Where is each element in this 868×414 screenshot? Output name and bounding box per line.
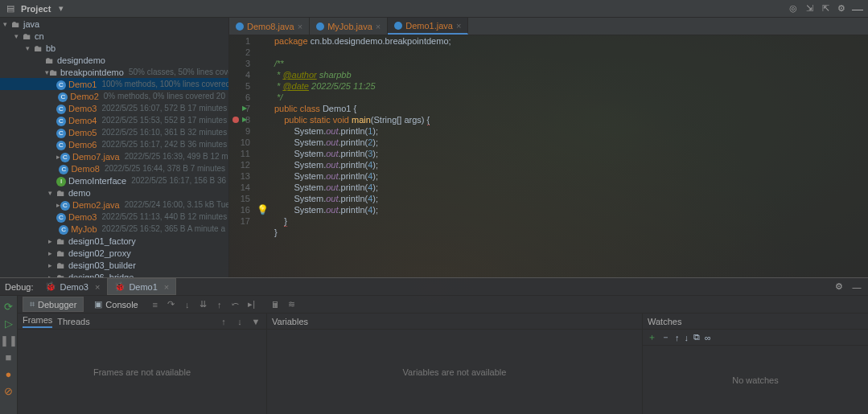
tree-row[interactable]: ▾🖿bb — [0, 42, 228, 54]
glasses-icon[interactable]: ∞ — [705, 333, 711, 342]
tree-row[interactable]: CDemo82022/5/25 16:44, 378 B 7 minutes — [0, 162, 228, 174]
editor-tab[interactable]: MyJob.java× — [310, 18, 388, 35]
tree-row[interactable]: CDemo52022/5/25 16:10, 361 B 32 minutes — [0, 126, 228, 138]
drop-frame-icon[interactable]: ⤺ — [229, 299, 242, 309]
tree-twisty-icon[interactable]: ▸ — [45, 273, 55, 278]
next-frame-icon[interactable]: ↓ — [234, 317, 245, 326]
tree-row[interactable]: ▾🖿cn — [0, 30, 228, 42]
tree-row[interactable]: ▾🖿breakpointdemo50% classes, 50% lines c… — [0, 66, 228, 78]
tree-item-meta: 2022/5/25 16:39, 499 B 12 min — [125, 152, 229, 161]
tree-row[interactable]: ▸CDemo7.java2022/5/25 16:39, 499 B 12 mi… — [0, 150, 228, 162]
tree-item-name: Demo1 — [68, 80, 97, 89]
code-editor[interactable]: 1234567▶8▶91011121314151617 💡 package cn… — [229, 35, 868, 277]
tree-twisty-icon[interactable]: ▸ — [45, 261, 55, 269]
debug-run-tab[interactable]: 🐞Demo1× — [107, 278, 176, 295]
tree-row[interactable]: CDemo1100% methods, 100% lines covered — [0, 78, 228, 90]
console-tab-label: Console — [105, 300, 138, 309]
project-tree[interactable]: ▾🖿java▾🖿cn▾🖿bb🖿designdemo▾🖿breakpointdem… — [0, 18, 229, 277]
run-gutter-icon[interactable]: ▶ — [242, 114, 247, 125]
tree-row[interactable]: ▸CDemo2.java2022/5/24 16:00, 3.15 kB Tue — [0, 199, 228, 211]
filter-icon[interactable]: ▼ — [250, 317, 261, 326]
run-to-cursor-icon[interactable]: ▸| — [245, 299, 258, 309]
java-class-icon: C — [58, 91, 68, 102]
tree-twisty-icon[interactable]: ▾ — [45, 189, 55, 197]
expand-all-icon[interactable]: ⇲ — [804, 3, 815, 14]
mute-breakpoints-icon[interactable]: ⊘ — [4, 385, 13, 397]
copy-watch-icon[interactable]: ⧉ — [693, 332, 700, 342]
tree-row[interactable]: CDemo32022/5/25 16:07, 572 B 17 minutes — [0, 102, 228, 114]
tree-twisty-icon[interactable]: ▾ — [0, 20, 10, 28]
tree-row[interactable]: CMyJob2022/5/25 16:52, 365 B A minute a — [0, 223, 228, 235]
console-tab[interactable]: ▣ Console — [87, 297, 145, 312]
debug-panel: Debug: 🐞Demo3×🐞Demo1× ⚙ — ⟳ ▷ ❚❚ ■ ● ⊘ ⌗… — [0, 277, 868, 414]
tree-row[interactable]: ▸🖿design06_bridge — [0, 271, 228, 277]
add-watch-icon[interactable]: ＋ — [648, 331, 656, 343]
tree-row[interactable]: ▸🖿design01_factory — [0, 235, 228, 247]
tree-twisty-icon[interactable]: ▾ — [23, 44, 32, 52]
tree-row[interactable]: ▾🖿demo — [0, 187, 228, 199]
force-step-into-icon[interactable]: ⇊ — [197, 299, 210, 309]
watches-title: Watches — [648, 317, 681, 326]
tree-row[interactable]: ▸🖿design03_builder — [0, 259, 228, 271]
debug-hide-icon[interactable]: — — [850, 282, 863, 292]
stop-icon[interactable]: ■ — [6, 351, 12, 363]
hide-icon[interactable]: — — [852, 3, 863, 14]
tree-item-name: Demo3 — [68, 104, 97, 113]
breakpoint-icon[interactable] — [232, 117, 239, 123]
target-icon[interactable]: ◎ — [788, 3, 799, 14]
tree-row[interactable]: IDemoInterface2022/5/25 16:17, 156 B 36 — [0, 174, 228, 187]
tree-row[interactable]: CDemo32022/5/25 11:13, 440 B 12 minutes — [0, 211, 228, 223]
code-content[interactable]: package cn.bb.designdemo.breakpointdemo;… — [269, 35, 456, 277]
watch-down-icon[interactable]: ↓ — [685, 333, 689, 342]
debugger-tab[interactable]: ⌗ Debugger — [23, 297, 84, 312]
close-tab-icon[interactable]: × — [376, 22, 381, 31]
watch-up-icon[interactable]: ↑ — [675, 333, 680, 342]
close-tab-icon[interactable]: × — [456, 21, 461, 31]
step-into-icon[interactable]: ↓ — [181, 300, 194, 309]
gutter[interactable]: 1234567▶8▶91011121314151617 — [229, 35, 255, 277]
collapse-all-icon[interactable]: ⇱ — [820, 3, 831, 14]
close-run-tab-icon[interactable]: × — [95, 282, 100, 292]
resume-icon[interactable]: ▷ — [5, 318, 13, 330]
java-class-icon: C — [56, 103, 66, 114]
tree-item-meta: 0% methods, 0% lines covered 20 — [104, 92, 225, 100]
tree-row[interactable]: CDemo20% methods, 0% lines covered 20 — [0, 90, 228, 102]
debug-run-tab[interactable]: 🐞Demo3× — [38, 278, 107, 295]
close-tab-icon[interactable]: × — [298, 22, 302, 31]
view-breakpoints-icon[interactable]: ● — [6, 368, 12, 380]
tree-twisty-icon[interactable]: ▸ — [45, 237, 55, 245]
tree-row[interactable]: ▸🖿design02_proxy — [0, 247, 228, 259]
intention-bulb-icon[interactable]: 💡 — [257, 204, 269, 215]
pause-icon[interactable]: ❚❚ — [0, 334, 18, 346]
rerun-icon[interactable]: ⟳ — [4, 301, 13, 313]
tree-twisty-icon[interactable]: ▸ — [45, 249, 55, 257]
trace-icon[interactable]: ≋ — [286, 299, 298, 309]
debug-settings-icon[interactable]: ⚙ — [833, 281, 845, 292]
settings-icon[interactable]: ⚙ — [836, 3, 847, 14]
tree-row[interactable]: CDemo42022/5/25 15:53, 552 B 17 minutes — [0, 114, 228, 126]
tree-item-name: Demo2 — [70, 92, 98, 101]
tree-row[interactable]: 🖿designdemo — [0, 54, 228, 66]
folder-icon: 🖿 — [55, 273, 66, 278]
run-gutter-icon[interactable]: ▶ — [242, 103, 247, 114]
tree-twisty-icon[interactable]: ▾ — [11, 32, 21, 40]
editor-tab[interactable]: Demo8.java× — [229, 18, 310, 35]
step-out-icon[interactable]: ↑ — [213, 300, 226, 309]
evaluate-icon[interactable]: 🖩 — [269, 300, 282, 309]
editor-tabs: Demo8.java×MyJob.java×Demo1.java× — [229, 18, 868, 35]
step-over-icon[interactable]: ↷ — [165, 299, 178, 309]
remove-watch-icon[interactable]: － — [661, 331, 670, 343]
show-exec-icon[interactable]: ≡ — [149, 300, 162, 309]
editor-tab[interactable]: Demo1.java× — [388, 18, 468, 35]
close-run-tab-icon[interactable]: × — [164, 282, 169, 292]
folder-icon: 🖿 — [32, 43, 43, 53]
select-opened-icon[interactable]: ▾ — [56, 3, 67, 14]
tree-row[interactable]: ▾🖿java — [0, 18, 228, 30]
java-class-icon: C — [56, 127, 66, 138]
tree-item-name: design06_bridge — [68, 273, 134, 278]
folder-icon: 🖿 — [10, 19, 21, 29]
tree-row[interactable]: CDemo62022/5/25 16:17, 242 B 36 minutes — [0, 138, 228, 150]
run-tab-label: Demo1 — [129, 282, 157, 292]
prev-frame-icon[interactable]: ↑ — [218, 317, 229, 326]
threads-title[interactable]: Threads — [57, 317, 89, 326]
